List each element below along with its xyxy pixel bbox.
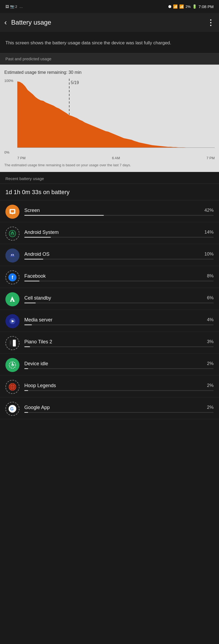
list-item[interactable]: fFacebook8% bbox=[0, 266, 219, 288]
svg-rect-6 bbox=[11, 210, 14, 213]
description-text: This screen shows the battery usage data… bbox=[5, 39, 214, 47]
app-bar-bg bbox=[24, 237, 214, 238]
app-info: Google App2% bbox=[24, 405, 214, 413]
app-bar-fill bbox=[24, 346, 30, 347]
app-bar-fill bbox=[24, 259, 43, 260]
app-name: Facebook bbox=[24, 273, 46, 279]
status-bar-left: 🖼 📷 2 … bbox=[5, 5, 166, 9]
app-icon-device-idle bbox=[5, 358, 19, 372]
app-bar-fill bbox=[24, 237, 51, 238]
chart-note: The estimated usage time remaining is ba… bbox=[4, 163, 215, 168]
app-percent: 42% bbox=[204, 208, 214, 213]
svg-point-5 bbox=[12, 213, 13, 214]
app-bar-fill bbox=[24, 215, 104, 216]
svg-rect-7 bbox=[10, 210, 11, 210]
status-icons-right: ⬢ 📶 📶 2% 🔋 7:08 PM bbox=[168, 4, 214, 9]
past-usage-header: Past and predicted usage bbox=[0, 53, 219, 65]
battery-chart-svg: 5/19 bbox=[17, 79, 215, 154]
app-percent: 6% bbox=[207, 295, 214, 301]
x-label-6am: 6 AM bbox=[112, 156, 120, 160]
list-item[interactable]: Screen42% bbox=[0, 200, 219, 222]
list-item[interactable]: Device idle2% bbox=[0, 354, 219, 376]
wifi-icon: 📶 bbox=[173, 4, 178, 9]
status-time: 7:08 PM bbox=[198, 4, 214, 9]
chart-x-labels: 7 PM 6 AM 7 PM bbox=[4, 154, 215, 160]
app-bar-bg bbox=[24, 368, 214, 369]
svg-rect-16 bbox=[12, 300, 13, 302]
app-icon-screen bbox=[5, 205, 19, 219]
app-bar-fill bbox=[24, 368, 28, 369]
app-bar-bg bbox=[24, 259, 214, 260]
app-name: Screen bbox=[24, 208, 40, 213]
app-name: Google App bbox=[24, 405, 50, 410]
app-bar-bg bbox=[24, 281, 214, 281]
app-info: Hoop Legends2% bbox=[24, 383, 214, 391]
x-label-7pm: 7 PM bbox=[17, 156, 25, 160]
app-percent: 8% bbox=[207, 273, 214, 279]
app-info: Media server4% bbox=[24, 317, 214, 325]
svg-point-10 bbox=[12, 231, 13, 233]
app-bar-bg bbox=[24, 324, 214, 325]
app-bar-fill bbox=[24, 390, 28, 391]
app-percent: 2% bbox=[207, 361, 214, 366]
app-bar-bg bbox=[24, 346, 214, 347]
status-bar: 🖼 📷 2 … ⬢ 📶 📶 2% 🔋 7:08 PM bbox=[0, 0, 219, 13]
toolbar: ‹ Battery usage ⋮ bbox=[0, 13, 219, 32]
svg-rect-21 bbox=[10, 341, 11, 344]
x-label-7pm-end: 7 PM bbox=[207, 156, 215, 160]
svg-text:f: f bbox=[12, 275, 14, 280]
app-icon-piano-tiles bbox=[5, 336, 19, 350]
app-name: Cell standby bbox=[24, 295, 51, 301]
app-percent: 2% bbox=[207, 405, 214, 410]
app-name: Hoop Legends bbox=[24, 383, 56, 389]
bluetooth-icon: ⬢ bbox=[168, 4, 171, 9]
list-item[interactable]: GGoogle App2% bbox=[0, 397, 219, 419]
recent-section: Recent battery usage 1d 1h 0m 33s on bat… bbox=[0, 172, 219, 419]
app-icon-cell-standby bbox=[5, 292, 19, 306]
list-item[interactable]: Android OS10% bbox=[0, 244, 219, 266]
app-bar-bg bbox=[24, 412, 214, 413]
app-percent: 3% bbox=[207, 339, 214, 344]
list-item[interactable]: Cell standby6% bbox=[0, 288, 219, 310]
app-icon-android-os bbox=[5, 248, 19, 263]
app-name: Device idle bbox=[24, 361, 48, 367]
app-name: Android OS bbox=[24, 251, 49, 257]
app-info: Device idle2% bbox=[24, 361, 214, 369]
app-percent: 2% bbox=[207, 383, 214, 388]
app-icon-google-app: G bbox=[5, 402, 19, 416]
app-bar-fill bbox=[24, 324, 32, 325]
list-item[interactable]: Android System14% bbox=[0, 222, 219, 244]
app-info: Android OS10% bbox=[24, 251, 214, 260]
back-button[interactable]: ‹ bbox=[4, 19, 7, 26]
app-info: Android System14% bbox=[24, 230, 214, 238]
svg-point-11 bbox=[11, 254, 12, 255]
app-info: Piano Tiles 23% bbox=[24, 339, 214, 347]
overflow-menu-button[interactable]: ⋮ bbox=[207, 18, 215, 27]
app-name: Media server bbox=[24, 317, 52, 323]
app-bar-bg bbox=[24, 390, 214, 391]
app-bar-fill bbox=[24, 281, 39, 281]
recent-battery-header: Recent battery usage bbox=[0, 172, 219, 184]
svg-text:5/19: 5/19 bbox=[71, 80, 79, 85]
app-icon-android-system bbox=[5, 227, 19, 241]
app-percent: 10% bbox=[204, 251, 214, 257]
chart-svg-area: 5/19 bbox=[17, 79, 215, 154]
app-icon-media-server bbox=[5, 314, 19, 328]
list-item[interactable]: Piano Tiles 23% bbox=[0, 332, 219, 354]
list-item[interactable]: Hoop Legends2% bbox=[0, 376, 219, 397]
y-label-0: 0% bbox=[4, 150, 13, 154]
battery-icon: 🔋 bbox=[192, 4, 197, 9]
app-bar-fill bbox=[24, 303, 36, 303]
app-bar-bg bbox=[24, 303, 214, 303]
chart-title: Estimated usage time remaining: 30 min bbox=[4, 70, 215, 75]
ellipsis: … bbox=[19, 5, 23, 9]
app-info: Cell standby6% bbox=[24, 295, 214, 303]
app-info: Facebook8% bbox=[24, 273, 214, 281]
chart-container: 100% 0% 5/19 bbox=[4, 79, 215, 154]
list-item[interactable]: Media server4% bbox=[0, 310, 219, 332]
app-icon-hoop-legends bbox=[5, 380, 19, 394]
app-bar-fill bbox=[24, 412, 28, 413]
app-percent: 14% bbox=[204, 230, 214, 235]
notification-icons: 🖼 📷 2 bbox=[5, 5, 17, 9]
y-label-100: 100% bbox=[4, 79, 13, 83]
